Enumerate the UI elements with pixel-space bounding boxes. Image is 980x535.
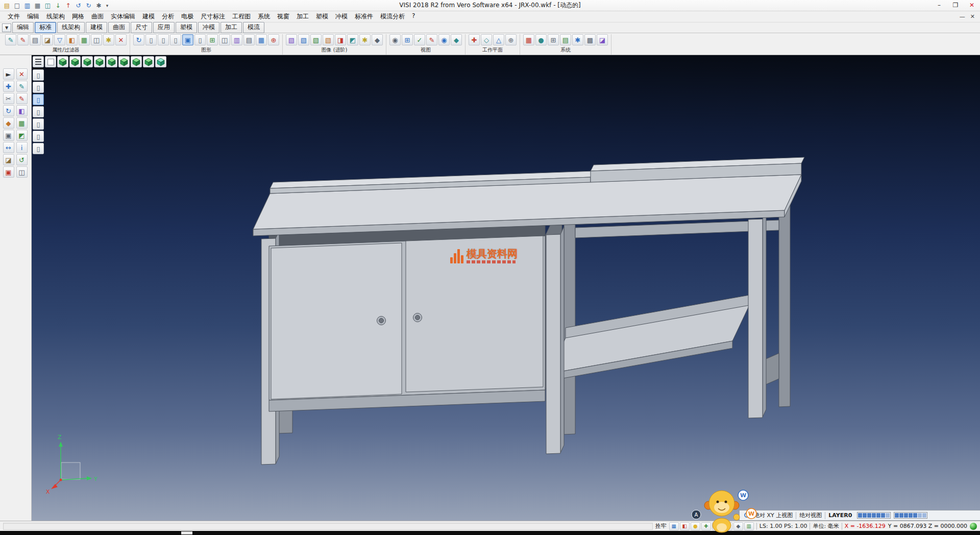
import-icon[interactable]: ↓ (53, 1, 63, 10)
menu-surface[interactable]: 曲面 (88, 11, 107, 22)
viewbar-menu-icon[interactable] (33, 56, 44, 67)
view-plane-icon[interactable]: ⊞ (402, 34, 413, 45)
menu-mesh[interactable]: 网格 (68, 11, 88, 22)
box-select-icon[interactable]: ▣ (3, 130, 14, 141)
menu-analysis[interactable]: 分析 (158, 11, 178, 22)
lighting-icon[interactable]: ✱ (359, 34, 371, 45)
history-panel-icon[interactable]: ▯ (33, 82, 44, 93)
options-icon[interactable]: ✱ (94, 1, 104, 10)
tab-dropdown-button[interactable]: ▼ (2, 23, 11, 32)
eraser2-icon[interactable]: ◪ (3, 154, 14, 165)
panel-icon[interactable]: ◪ (597, 34, 608, 45)
back-view-icon[interactable] (82, 56, 93, 67)
bottom-view-icon[interactable] (131, 56, 142, 67)
move-icon[interactable]: ✚ (3, 81, 14, 92)
texture-view-icon[interactable]: ▧ (323, 34, 334, 45)
copy-icon[interactable]: ◫ (16, 166, 28, 178)
maximize-button[interactable]: ❐ (947, 0, 964, 11)
menu-machining[interactable]: 加工 (293, 11, 312, 22)
tab-modeling[interactable]: 建模 (86, 22, 107, 33)
new-file-icon[interactable]: □ (12, 1, 22, 10)
eraser-icon[interactable]: ◪ (42, 34, 53, 45)
menu-flow-analysis[interactable]: 模流分析 (377, 11, 408, 22)
pencil-icon[interactable]: ✎ (16, 93, 28, 104)
right-view-icon[interactable] (106, 56, 117, 67)
graphics-pages-icon[interactable]: ◫ (219, 34, 230, 45)
delete-icon[interactable]: ✕ (16, 68, 28, 80)
canvas-viewport[interactable]: ▯▯▯▯▯▯▯ 模具资料网 Z Y X (32, 55, 980, 521)
view-gem-icon[interactable]: ◆ (451, 34, 462, 45)
menu-help[interactable]: ? (408, 11, 419, 22)
tab-standard[interactable]: 标准 (35, 22, 56, 33)
camera-icon[interactable]: ◉ (389, 34, 401, 45)
desktop-pet-mascot[interactable]: A W W (689, 485, 761, 534)
menu-system[interactable]: 系统 (254, 11, 274, 22)
graphics-target-icon[interactable]: ⊕ (268, 34, 279, 45)
snowflake-icon[interactable]: ✱ (572, 34, 583, 45)
active-layer-label[interactable]: LAYER0 (828, 512, 852, 519)
shade-mode-icon[interactable] (45, 56, 56, 67)
layer-color-bar-2[interactable] (894, 512, 927, 519)
undo2-icon[interactable]: ↺ (16, 154, 28, 165)
graphics-grid-icon[interactable]: ▦ (256, 34, 267, 45)
menu-standard-parts[interactable]: 标准件 (351, 11, 377, 22)
menu-wireframe[interactable]: 线架构 (43, 11, 68, 22)
reset-filter-icon[interactable]: ✕ (115, 34, 127, 45)
refresh-view-icon[interactable]: ↻ (133, 34, 144, 45)
axonometric-view-icon[interactable] (143, 56, 154, 67)
ortho-icon[interactable]: ◧ (680, 522, 690, 530)
trim-icon[interactable]: ✂ (3, 93, 14, 104)
iso-view-icon[interactable] (57, 56, 68, 67)
shaded-view-icon[interactable]: ▧ (286, 34, 297, 45)
stamp-icon[interactable]: ▣ (3, 166, 14, 178)
render-view-icon[interactable]: ▧ (310, 34, 322, 45)
close-button[interactable]: ✕ (964, 0, 980, 11)
tab-dimension[interactable]: 尺寸 (131, 22, 152, 33)
menu-window[interactable]: 视窗 (274, 11, 293, 22)
menu-dimension[interactable]: 尺寸标注 (197, 11, 229, 22)
menu-mold[interactable]: 塑模 (312, 11, 332, 22)
tab-wireframe[interactable]: 线架构 (57, 22, 85, 33)
notes-panel-icon[interactable]: ▯ (33, 69, 44, 81)
menu-drawing[interactable]: 工程图 (229, 11, 254, 22)
info-icon[interactable]: i (16, 142, 28, 153)
dynamic-view-icon[interactable] (155, 56, 166, 67)
status-sphere-icon[interactable] (970, 523, 977, 530)
graphics-chart-icon[interactable]: ▥ (231, 34, 242, 45)
graphics-paste-icon[interactable]: ▯ (170, 34, 181, 45)
solid-cube-icon[interactable]: ◩ (16, 130, 28, 141)
workplane-origin-icon[interactable]: ⊕ (505, 34, 517, 45)
graphics-stack-icon[interactable]: ⊞ (207, 34, 218, 45)
menu-electrode[interactable]: 电极 (178, 11, 197, 22)
tab-mold[interactable]: 塑模 (176, 22, 197, 33)
taskbar-item[interactable] (181, 531, 192, 534)
save-icon[interactable]: ▥ (22, 1, 32, 10)
preview-icon[interactable]: ◫ (43, 1, 53, 10)
layers-panel-icon[interactable]: ▯ (33, 106, 44, 117)
view-eye-icon[interactable]: ◉ (438, 34, 450, 45)
layer-filter-icon[interactable]: ▦ (79, 34, 90, 45)
view-markup-icon[interactable]: ✎ (426, 34, 437, 45)
lock-status-label[interactable]: 拴牢 (655, 522, 667, 530)
open-folder-icon[interactable]: ▤ (2, 1, 12, 10)
mdi-minimize-button[interactable]: — (960, 13, 965, 20)
photo-render-icon[interactable]: ◨ (335, 34, 346, 45)
report-panel-icon[interactable]: ▯ (33, 143, 44, 154)
menu-modeling[interactable]: 建模 (139, 11, 158, 22)
wireframe-view-icon[interactable]: ▧ (298, 34, 309, 45)
modify-attributes-icon[interactable]: ✎ (5, 34, 16, 45)
menu-file[interactable]: 文件 (4, 11, 23, 22)
graphics-copy-icon[interactable]: ▯ (158, 34, 169, 45)
mdi-close-button[interactable]: ✕ (970, 13, 975, 20)
rotate-icon[interactable]: ↻ (3, 105, 14, 116)
workplane-axes-icon[interactable]: ✚ (469, 34, 480, 45)
print-icon[interactable]: ▦ (33, 1, 42, 10)
copy-attributes-icon[interactable]: ✎ (17, 34, 29, 45)
graphics-page-icon[interactable]: ▯ (194, 34, 206, 45)
export-icon[interactable]: ↑ (63, 1, 73, 10)
color-palette-icon[interactable]: ▦ (523, 34, 534, 45)
table-icon[interactable]: ▤ (560, 34, 571, 45)
tab-application[interactable]: 应用 (153, 22, 175, 33)
menu-die[interactable]: 冲模 (332, 11, 351, 22)
front-view-icon[interactable] (69, 56, 81, 67)
